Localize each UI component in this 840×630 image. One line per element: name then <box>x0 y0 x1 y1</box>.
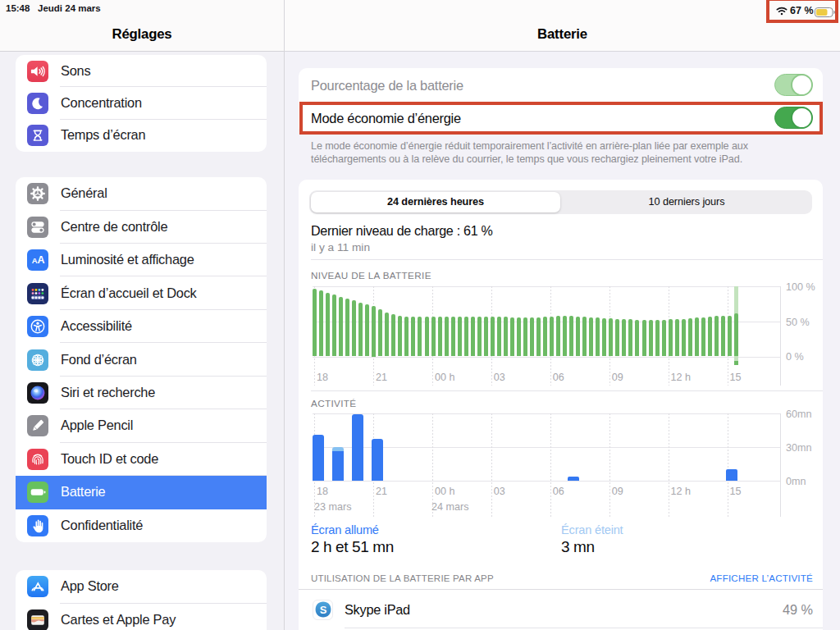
svg-text:A: A <box>38 254 45 266</box>
svg-text:S: S <box>319 604 326 616</box>
